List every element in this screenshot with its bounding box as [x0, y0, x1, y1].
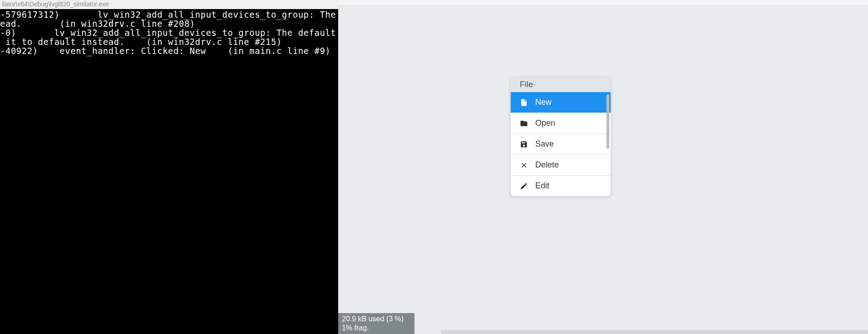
menu-item-open[interactable]: Open: [511, 113, 611, 133]
simulator-topbar: [338, 0, 868, 5]
menu-item-new[interactable]: New: [511, 92, 611, 113]
memory-monitor: 20.9 kB used (3 %) 1% frag.: [338, 313, 414, 334]
close-icon: [520, 161, 528, 169]
memory-line-usage: 20.9 kB used (3 %): [342, 314, 411, 324]
folder-icon: [520, 119, 528, 128]
menu-scrollbar[interactable]: [607, 94, 609, 149]
menu-item-label: Open: [535, 118, 555, 128]
console-window: ilator\x64\Debug\lvgl820_similator.exe -…: [0, 0, 338, 334]
menu-header: File: [511, 77, 611, 92]
console-output: -579617312) lv_win32_add_all_input_devic…: [0, 9, 338, 334]
memory-line-frag: 1% frag.: [342, 324, 411, 333]
file-menu-panel: File New Open Save: [511, 77, 611, 196]
menu-list: New Open Save Delete: [511, 92, 611, 196]
menu-item-label: New: [535, 98, 552, 107]
menu-item-label: Save: [535, 139, 554, 149]
menu-item-edit[interactable]: Edit: [511, 175, 611, 196]
menu-item-save[interactable]: Save: [511, 133, 611, 154]
simulator-window: File New Open Save: [338, 0, 868, 334]
file-icon: [520, 98, 528, 107]
edit-icon: [520, 182, 528, 190]
menu-item-delete[interactable]: Delete: [511, 154, 611, 175]
bottom-edge-strip: [441, 330, 868, 334]
save-icon: [520, 140, 528, 148]
console-title-bar: ilator\x64\Debug\lvgl820_similator.exe: [0, 0, 338, 9]
menu-item-label: Delete: [535, 160, 559, 170]
menu-item-label: Edit: [535, 181, 549, 191]
